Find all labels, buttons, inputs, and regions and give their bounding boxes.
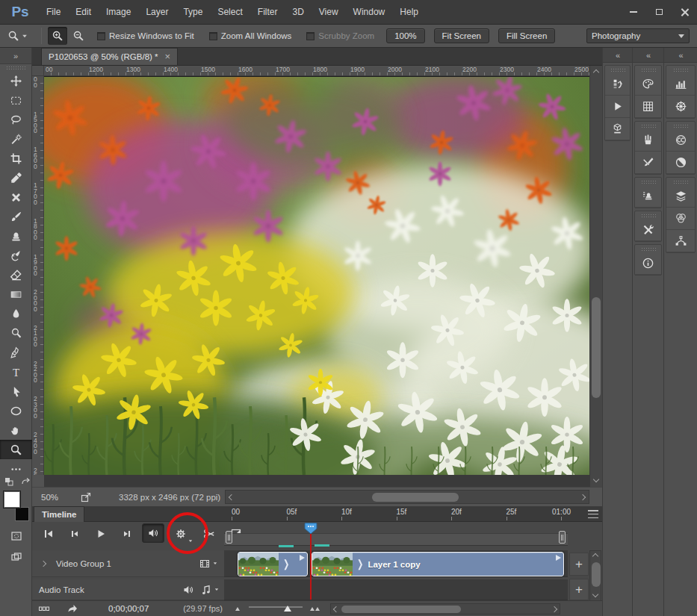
blur-tool[interactable] xyxy=(0,304,32,323)
move-tool[interactable] xyxy=(0,71,32,90)
panel-drag-handle[interactable] xyxy=(6,66,25,69)
crop-tool[interactable] xyxy=(0,149,32,168)
clip-expand-icon[interactable]: ❯ xyxy=(357,559,363,570)
eraser-tool[interactable] xyxy=(0,265,32,284)
panel-menu-icon[interactable] xyxy=(588,510,598,518)
panel-drag-handle[interactable] xyxy=(673,68,688,72)
scroll-down-icon[interactable] xyxy=(592,591,598,597)
add-video-track-button[interactable]: + xyxy=(569,553,589,576)
vertical-scroll-thumb[interactable] xyxy=(592,297,601,398)
clip-expand-icon[interactable]: ❯ xyxy=(283,559,289,570)
scroll-right-icon[interactable] xyxy=(551,606,557,612)
split-at-playhead-button[interactable] xyxy=(198,524,220,544)
dodge-tool[interactable] xyxy=(0,323,32,343)
foreground-color-swatch[interactable] xyxy=(3,491,21,508)
fillscreen-button[interactable]: Fill Screen xyxy=(498,28,555,43)
brush-presets-panel-icon[interactable] xyxy=(635,152,661,174)
video-clip-2[interactable]: ❯ Layer 1 copy xyxy=(312,552,564,576)
panel-drag-handle[interactable] xyxy=(641,124,656,128)
layers-panel-icon[interactable] xyxy=(666,185,695,208)
tool-presets-panel-icon[interactable] xyxy=(635,219,661,241)
menu-filter[interactable]: Filter xyxy=(250,0,285,24)
menu-3d[interactable]: 3D xyxy=(285,0,311,24)
work-area-start-handle[interactable] xyxy=(226,531,232,544)
brush-tool[interactable] xyxy=(0,207,32,226)
clone-source-panel-icon[interactable] xyxy=(635,185,661,208)
next-frame-button[interactable] xyxy=(116,524,138,544)
document-tab[interactable]: P1020653 @ 50% (RGB/8) * × xyxy=(41,48,178,65)
scroll-up-icon[interactable] xyxy=(593,69,599,75)
timeline-zoom-slider[interactable] xyxy=(249,606,303,608)
timeline-horizontal-scrollbar[interactable] xyxy=(330,603,560,615)
menu-select[interactable]: Select xyxy=(210,0,250,24)
scroll-right-icon[interactable] xyxy=(580,494,586,500)
default-colors-controls[interactable] xyxy=(1,476,31,488)
adjustments-panel-icon[interactable] xyxy=(666,152,695,174)
menu-edit[interactable]: Edit xyxy=(68,0,99,24)
scroll-left-icon[interactable] xyxy=(229,494,235,500)
timeline-vertical-scrollbar[interactable] xyxy=(589,550,601,601)
speaker-icon[interactable] xyxy=(182,584,194,596)
zoom-in-timeline-icon[interactable] xyxy=(310,607,315,611)
panel-drag-handle[interactable] xyxy=(610,68,625,72)
panel-drag-handle[interactable] xyxy=(641,247,656,251)
work-area-end-handle[interactable] xyxy=(559,531,566,544)
menu-view[interactable]: View xyxy=(312,0,346,24)
rectangular-marquee-tool[interactable] xyxy=(0,90,32,110)
menu-help[interactable]: Help xyxy=(392,0,426,24)
layer-comps-panel-icon[interactable] xyxy=(605,118,630,140)
ellipse-tool[interactable] xyxy=(0,401,32,420)
eyedropper-tool[interactable] xyxy=(0,168,32,187)
share-icon[interactable] xyxy=(80,491,92,503)
healing-brush-tool[interactable] xyxy=(0,187,32,207)
horizontal-scroll-thumb[interactable] xyxy=(341,606,461,613)
gradient-tool[interactable] xyxy=(0,284,32,304)
type-tool[interactable]: T xyxy=(0,362,32,382)
libraries-panel-icon[interactable] xyxy=(666,129,695,152)
background-color-swatch[interactable] xyxy=(15,507,29,521)
panel-drag-handle[interactable] xyxy=(641,68,656,72)
render-video-icon[interactable] xyxy=(66,603,78,615)
checkbox-zoom-all-windows[interactable]: Zoom All Windows xyxy=(209,31,292,40)
timeline-tab[interactable]: Timeline xyxy=(34,506,84,522)
history-brush-tool[interactable] xyxy=(0,246,32,265)
brush-panel-panel-icon[interactable] xyxy=(635,129,661,152)
checkbox-resize-windows-to-fit[interactable]: Resize Windows to Fit xyxy=(97,31,194,40)
zoom-in-toggle[interactable] xyxy=(48,27,67,45)
collapse-panels-icon[interactable]: « xyxy=(664,48,697,63)
screen-mode-button[interactable] xyxy=(0,547,32,567)
horizontal-scroll-thumb[interactable] xyxy=(372,493,459,502)
status-document-info[interactable]: 3328 px x 2496 px (72 ppi) xyxy=(119,493,220,502)
scroll-down-icon[interactable] xyxy=(593,476,599,482)
magic-wand-tool[interactable] xyxy=(0,129,32,149)
expand-group-icon[interactable] xyxy=(40,560,46,566)
tab-close-icon[interactable]: × xyxy=(165,53,171,60)
status-zoom-level[interactable]: 50% xyxy=(41,493,72,502)
menu-file[interactable]: File xyxy=(39,0,68,24)
panel-drag-handle[interactable] xyxy=(673,180,688,184)
zoom-out-timeline-icon[interactable] xyxy=(235,607,240,611)
zoom-slider-thumb[interactable] xyxy=(284,606,291,612)
swatches-panel-icon[interactable] xyxy=(635,96,661,118)
path-selection-tool[interactable] xyxy=(0,382,32,401)
music-note-icon[interactable] xyxy=(200,584,212,596)
hand-tool[interactable] xyxy=(0,420,32,440)
zoom-in-timeline-icon[interactable] xyxy=(315,607,320,611)
menu-window[interactable]: Window xyxy=(346,0,393,24)
fitscreen-button[interactable]: Fit Screen xyxy=(434,28,489,43)
100-button[interactable]: 100% xyxy=(386,28,424,43)
zoom-out-toggle[interactable] xyxy=(69,27,88,45)
menu-image[interactable]: Image xyxy=(99,0,138,24)
chevron-down-icon[interactable] xyxy=(215,588,218,591)
chevron-down-icon[interactable] xyxy=(189,540,192,542)
foreground-background-swatches[interactable] xyxy=(2,490,31,521)
clip-play-icon[interactable] xyxy=(556,555,561,561)
add-audio-track-button[interactable]: + xyxy=(569,579,589,600)
info-panel-icon[interactable] xyxy=(635,252,661,275)
pen-tool[interactable] xyxy=(0,343,32,362)
minimize-button[interactable] xyxy=(621,0,646,24)
scroll-left-icon[interactable] xyxy=(333,606,339,612)
panel-drag-handle[interactable] xyxy=(641,214,656,217)
zoom-tool-preset[interactable] xyxy=(4,28,31,43)
paths-panel-icon[interactable] xyxy=(666,230,695,252)
